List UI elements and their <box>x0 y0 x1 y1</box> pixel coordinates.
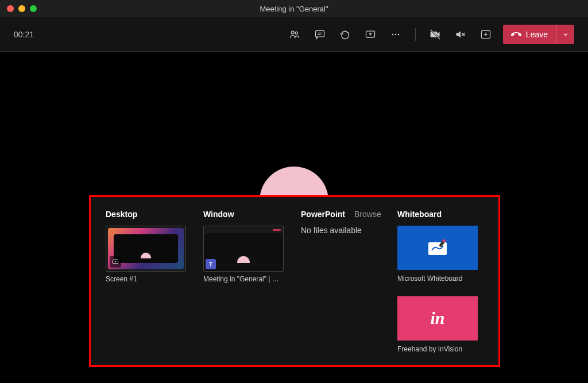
toolbar-divider <box>415 28 416 41</box>
share-screen-icon <box>365 29 376 40</box>
browse-link[interactable]: Browse <box>354 210 381 219</box>
svg-point-6 <box>392 33 394 35</box>
raise-hand-button[interactable] <box>332 24 358 45</box>
camera-off-icon <box>430 29 441 40</box>
share-section-powerpoint: PowerPoint Browse No files available <box>301 210 386 353</box>
hangup-icon <box>511 29 521 40</box>
share-section-header: Desktop <box>106 210 192 219</box>
svg-point-7 <box>395 33 397 35</box>
chat-button[interactable] <box>307 24 332 45</box>
share-section-window: Window T Meeting in "General" | M… <box>203 210 289 353</box>
share-section-desktop: Desktop Screen #1 <box>106 210 192 353</box>
people-icon <box>289 29 300 40</box>
invision-icon: in <box>430 308 444 328</box>
ellipsis-icon <box>390 29 401 40</box>
leave-label: Leave <box>526 30 548 39</box>
svg-point-0 <box>291 31 294 34</box>
more-actions-button[interactable] <box>383 24 408 45</box>
whiteboard-microsoft-option[interactable] <box>397 226 478 270</box>
window-title: Meeting in "General" <box>0 5 588 13</box>
chat-icon <box>314 29 326 40</box>
camera-toggle-button[interactable] <box>423 24 448 45</box>
share-screen-icon <box>110 256 121 268</box>
svg-rect-2 <box>315 30 324 37</box>
share-window-label: Meeting in "General" | M… <box>203 275 284 283</box>
traffic-lights <box>0 5 37 12</box>
whiteboard-invision-option[interactable]: in <box>397 296 478 341</box>
speaker-muted-icon <box>455 29 466 40</box>
download-tray-icon <box>480 29 492 40</box>
share-section-header: Window <box>203 210 289 219</box>
share-desktop-label: Screen #1 <box>106 275 186 283</box>
leave-dropdown-button[interactable] <box>556 25 574 44</box>
participants-button[interactable] <box>282 24 307 45</box>
mic-toggle-button[interactable] <box>448 24 473 45</box>
hand-icon <box>339 29 351 40</box>
meeting-timer: 00:21 <box>14 30 34 39</box>
share-button[interactable] <box>358 24 383 45</box>
whiteboard-invision-label: Freehand by InVision <box>397 345 478 353</box>
chevron-down-icon <box>562 31 569 38</box>
leave-button[interactable]: Leave <box>503 25 574 44</box>
meeting-toolbar: 00:21 <box>0 17 588 52</box>
share-desktop-option[interactable] <box>106 226 186 272</box>
window-minimize-button[interactable] <box>18 5 25 12</box>
powerpoint-empty-message: No files available <box>301 226 386 235</box>
window-close-button[interactable] <box>7 5 14 12</box>
meeting-stage <box>0 52 588 201</box>
share-window-option[interactable]: T <box>203 226 284 272</box>
window-titlebar: Meeting in "General" <box>0 0 588 17</box>
svg-point-1 <box>295 32 297 34</box>
svg-point-8 <box>398 33 400 35</box>
share-section-header: PowerPoint <box>301 210 345 219</box>
share-content-tray: Desktop Screen #1 Window T Meeting in "G… <box>89 195 500 367</box>
share-section-header: Whiteboard <box>397 210 483 219</box>
download-button[interactable] <box>473 24 498 45</box>
share-section-whiteboard: Whiteboard Microsoft Whiteboard in Freeh… <box>397 210 483 353</box>
whiteboard-icon <box>426 238 449 258</box>
teams-icon: T <box>206 259 216 269</box>
window-maximize-button[interactable] <box>30 5 37 12</box>
whiteboard-microsoft-label: Microsoft Whiteboard <box>397 274 478 282</box>
